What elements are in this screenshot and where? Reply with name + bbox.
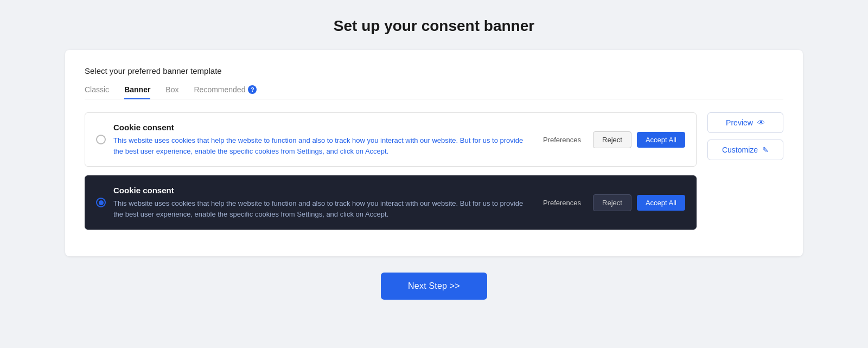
- radio-light[interactable]: [96, 135, 106, 144]
- banner-option-dark[interactable]: Cookie consent This website uses cookies…: [85, 175, 697, 230]
- tab-recommended[interactable]: Recommended ?: [194, 85, 257, 99]
- banner-option-light[interactable]: Cookie consent This website uses cookies…: [85, 112, 697, 167]
- section-label: Select your preferred banner template: [85, 66, 783, 75]
- card: Select your preferred banner template Cl…: [65, 50, 803, 256]
- pencil-icon: ✎: [762, 145, 769, 154]
- options-row: Cookie consent This website uses cookies…: [85, 112, 783, 230]
- banner-title-dark: Cookie consent: [113, 186, 529, 195]
- btn-preferences-dark[interactable]: Preferences: [537, 195, 588, 210]
- next-step-button[interactable]: Next Step >>: [381, 273, 487, 300]
- btn-accept-light[interactable]: Accept All: [637, 132, 685, 148]
- banner-content-dark: Cookie consent This website uses cookies…: [113, 186, 529, 219]
- tab-classic[interactable]: Classic: [85, 85, 109, 99]
- tabs: Classic Banner Box Recommended ?: [85, 85, 783, 99]
- preview-button[interactable]: Preview 👁: [707, 112, 783, 133]
- radio-dot-dark: [99, 200, 104, 205]
- eye-icon: 👁: [757, 118, 765, 127]
- banner-actions-light: Preferences Reject Accept All: [537, 131, 685, 148]
- btn-reject-dark[interactable]: Reject: [593, 194, 631, 211]
- options-list: Cookie consent This website uses cookies…: [85, 112, 697, 230]
- banner-content-light: Cookie consent This website uses cookies…: [113, 123, 529, 156]
- tab-banner[interactable]: Banner: [124, 85, 150, 99]
- btn-accept-dark[interactable]: Accept All: [637, 195, 685, 211]
- customize-button[interactable]: Customize ✎: [707, 140, 783, 160]
- preview-label: Preview: [726, 118, 753, 127]
- banner-desc-dark: This website uses cookies that help the …: [113, 198, 529, 219]
- radio-dark[interactable]: [96, 198, 106, 207]
- next-step-area: Next Step >>: [381, 273, 487, 300]
- page-title: Set up your consent banner: [334, 17, 534, 35]
- btn-reject-light[interactable]: Reject: [593, 131, 631, 148]
- main-container: Select your preferred banner template Cl…: [0, 50, 868, 256]
- banner-title-light: Cookie consent: [113, 123, 529, 132]
- btn-preferences-light[interactable]: Preferences: [537, 132, 588, 147]
- side-actions: Preview 👁 Customize ✎: [707, 112, 783, 160]
- help-icon: ?: [248, 85, 257, 94]
- banner-actions-dark: Preferences Reject Accept All: [537, 194, 685, 211]
- banner-desc-light: This website uses cookies that help the …: [113, 135, 529, 156]
- customize-label: Customize: [722, 145, 758, 154]
- tab-box[interactable]: Box: [165, 85, 178, 99]
